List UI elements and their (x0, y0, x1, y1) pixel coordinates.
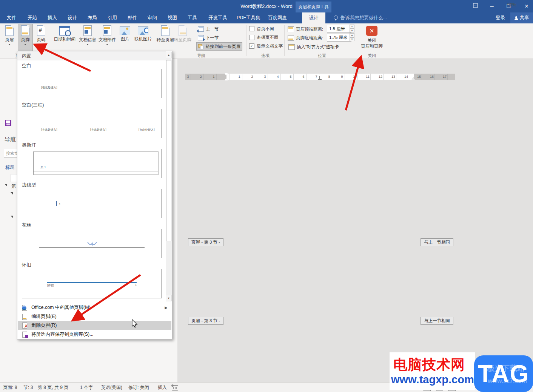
calendar-clock-icon (59, 26, 70, 35)
gallery-preview-blank[interactable]: [在此处键入] (22, 69, 162, 98)
minimize-button[interactable]: ─ (486, 3, 498, 10)
chevron-down-icon (40, 44, 42, 45)
gallery-item-name: 边线型 (22, 182, 36, 188)
status-track-changes[interactable]: 修订: 关闭 (128, 383, 149, 392)
save-icon[interactable] (5, 120, 11, 126)
tab-insert[interactable]: 插入 (44, 12, 61, 23)
chevron-down-icon (24, 44, 26, 45)
tab-hf-design-active[interactable]: 设计 (302, 12, 325, 23)
zoom-percentage[interactable]: 90% (507, 0, 516, 10)
alignment-tab-icon (288, 44, 295, 50)
footer-distance-spinner[interactable]: ▲▼ (350, 33, 354, 41)
gallery-preview-sideline[interactable]: 1 (22, 189, 162, 218)
tab-baidu-netdisk[interactable]: 百度网盘 (264, 12, 291, 23)
tab-review[interactable]: 审阅 (144, 12, 161, 23)
collapse-triangle-icon[interactable] (11, 192, 13, 194)
header-distance-spinner[interactable]: ▲▼ (350, 25, 354, 32)
tell-me-box[interactable]: 告诉我您想要做什么... (340, 12, 387, 23)
submenu-arrow-icon: ▶ (165, 306, 168, 310)
header-distance-input[interactable]: 1.5 厘米 (327, 25, 351, 33)
previous-section-icon (198, 26, 204, 32)
gallery-preview-retrospect[interactable]: [作者] 1 (22, 269, 162, 298)
menu-item-remove-footer[interactable]: 删除页脚(R) (18, 321, 171, 330)
gallery-preview-blank-three[interactable]: [在此处键入] [在此处键入] [在此处键入] (22, 109, 162, 138)
header-button[interactable]: 页眉 (2, 24, 17, 51)
navigation-pane-title: 导航 (5, 136, 16, 143)
ribbon-tab-row: 文件 开始 插入 设计 布局 引用 邮件 审阅 视图 工具 开发工具 PDF工具… (0, 12, 533, 23)
insert-alignment-tab-button[interactable]: 插入"对齐方式"选项卡 (288, 43, 339, 51)
indent-marker-left[interactable] (224, 73, 228, 80)
footer-button[interactable]: 页脚 (18, 24, 32, 51)
indent-marker-right[interactable] (411, 77, 415, 80)
tab-home[interactable]: 开始 (24, 12, 41, 23)
quick-parts-button[interactable]: 文档部件 (97, 24, 117, 51)
chevron-down-icon (106, 44, 108, 45)
status-words[interactable]: 1 个字 (80, 383, 93, 392)
macro-record-icon[interactable] (172, 385, 178, 390)
next-section-button[interactable]: 下一节 (198, 34, 219, 42)
watermark-box: 电脑技术网 www.tagxp.com (390, 352, 475, 390)
document-info-button[interactable]: 文档信息 (78, 24, 97, 51)
tab-design[interactable]: 设计 (64, 12, 81, 23)
save-to-gallery-icon (22, 332, 28, 338)
footer-distance-input[interactable]: 1.75 厘米 (327, 34, 351, 42)
share-button[interactable]: 共享 (510, 12, 533, 23)
online-pictures-button[interactable]: 联机图片 (133, 24, 153, 51)
navigation-heading-item[interactable]: 第 (11, 183, 16, 190)
tab-pdf-tools[interactable]: PDF工具集 (233, 12, 264, 23)
quick-parts-icon (103, 25, 111, 36)
document-info-icon (83, 25, 92, 36)
document-canvas (177, 59, 533, 382)
gallery-preview-austin[interactable]: 页 1 (22, 149, 162, 178)
status-page[interactable]: 页面: 8 (3, 383, 17, 392)
status-section[interactable]: 节: 3 (23, 383, 33, 392)
date-time-button[interactable]: 日期和时间 (52, 24, 77, 51)
link-to-previous-button[interactable]: 链接到前一条页眉 (197, 43, 242, 50)
close-header-footer-button[interactable]: ✕ 关闭 页眉和页脚 (359, 24, 385, 52)
scroll-down-icon[interactable]: ▼ (166, 295, 172, 301)
page-number-button[interactable]: 页码 (34, 24, 48, 51)
tab-references[interactable]: 引用 (104, 12, 121, 23)
tab-layout[interactable]: 布局 (84, 12, 101, 23)
different-first-page-checkbox[interactable]: 首页不同 (249, 26, 274, 32)
chevron-down-icon (8, 44, 11, 45)
gallery-item-name: 奥斯汀 (22, 142, 36, 148)
watermark-overlay-site: 极光下载站 (487, 363, 525, 373)
status-language[interactable]: 英语(美国) (101, 383, 122, 392)
tab-tools[interactable]: 工具 (184, 12, 201, 23)
footer-from-bottom-row: 页脚底端距离: (288, 34, 323, 42)
lightbulb-icon (334, 15, 338, 20)
gallery-scrollbar[interactable]: ▲ ▼ (166, 52, 172, 301)
status-insert-mode[interactable]: 插入 (158, 383, 167, 392)
menu-item-edit-footer[interactable]: 编辑页脚(E) (18, 312, 171, 321)
header-distance-icon (288, 26, 294, 32)
group-label-navigation: 导航 (189, 53, 214, 59)
horizontal-ruler[interactable]: 3211234567891011121314151617 (185, 74, 455, 80)
collapse-triangle-icon[interactable] (5, 184, 7, 186)
menu-item-save-selection[interactable]: 将所选内容保存到页脚库(S)... (18, 330, 171, 339)
close-button[interactable]: ✕ (521, 3, 532, 10)
previous-section-button[interactable]: 上一节 (198, 25, 219, 33)
menu-item-more-footers[interactable]: Office.com 中的其他页脚(M) ▶ (18, 303, 171, 312)
scrollbar-thumb[interactable] (166, 60, 171, 241)
tab-view[interactable]: 视图 (164, 12, 181, 23)
center-tab-stop-icon (318, 76, 322, 80)
scroll-up-icon[interactable]: ▲ (166, 52, 172, 58)
pictures-button[interactable]: 图片 (118, 24, 132, 51)
tab-mailings[interactable]: 邮件 (124, 12, 141, 23)
goto-header-button[interactable]: 转至页眉 (157, 24, 174, 51)
tab-developer[interactable]: 开发工具 (205, 12, 231, 23)
gallery-preview-filigree[interactable] (22, 229, 162, 258)
ribbon-display-options-icon[interactable] (470, 3, 481, 10)
collapse-triangle-icon[interactable] (11, 216, 13, 218)
header-section-tag: 页眉 - 第 3 节 - (188, 317, 223, 325)
tab-file[interactable]: 文件 (3, 12, 20, 23)
group-label-position: 位置 (310, 53, 334, 59)
status-pages[interactable]: 第 8 页, 共 9 页 (38, 383, 68, 392)
checkbox-icon (249, 26, 254, 31)
different-odd-even-checkbox[interactable]: 奇偶页不同 (249, 34, 279, 40)
goto-header-icon (161, 25, 169, 36)
sign-in-link[interactable]: 登录 (496, 12, 505, 23)
show-document-text-checkbox[interactable]: ✓ 显示文档文字 (249, 43, 283, 49)
navigation-tab-headings[interactable]: 标题 (5, 164, 14, 171)
